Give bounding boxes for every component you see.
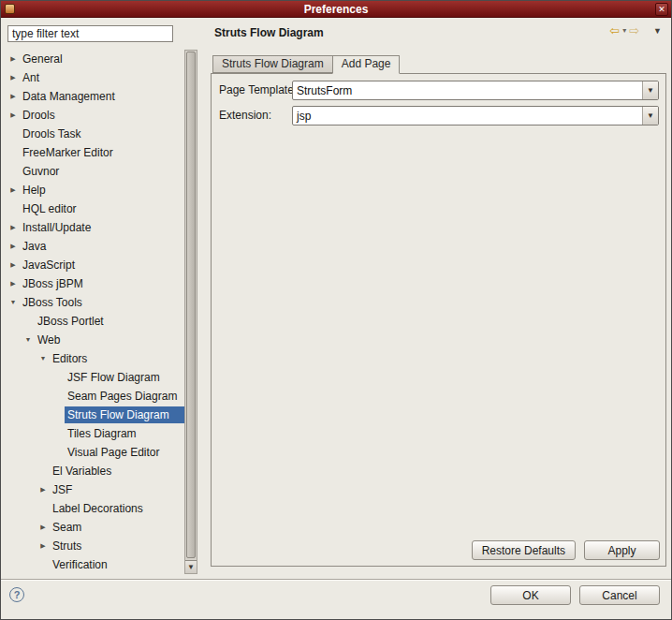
extension-combo[interactable]: jsp ▼ <box>292 106 659 125</box>
tree-item-label: Struts Flow Diagram <box>65 406 184 423</box>
extension-value: jsp <box>293 110 642 123</box>
close-icon[interactable]: ✕ <box>655 3 668 16</box>
tree-item-label: JSF <box>50 481 184 498</box>
page-template-value: StrutsForm <box>293 84 642 97</box>
tree-item-struts[interactable]: ▶Struts <box>5 537 184 555</box>
tree-item-label: FreeMarker Editor <box>20 144 184 161</box>
cancel-button[interactable]: Cancel <box>579 585 660 605</box>
tree-item-label: Label Decorations <box>50 500 184 517</box>
titlebar[interactable]: Preferences ✕ <box>1 1 671 18</box>
page-template-label: Page Template: <box>219 83 297 96</box>
tree-item-seam-pages-diagram[interactable]: Seam Pages Diagram <box>5 387 184 406</box>
tab-add-page[interactable]: Add Page <box>332 55 401 74</box>
page-title: Struts Flow Diagram <box>214 26 324 39</box>
page-template-combo[interactable]: StrutsForm ▼ <box>292 81 659 100</box>
back-menu-chevron-icon[interactable]: ▾ <box>622 26 626 35</box>
tree-item-label: El Variables <box>50 463 184 480</box>
tree-scrollbar[interactable]: ▼ <box>184 50 197 574</box>
tree-item-jboss-tools[interactable]: ▼JBoss Tools <box>5 293 184 312</box>
help-icon[interactable]: ? <box>9 587 24 602</box>
tree-item-java[interactable]: ▶Java <box>5 237 184 256</box>
tree-item-guvnor[interactable]: Guvnor <box>5 162 184 181</box>
tree-item-visual-page-editor[interactable]: Visual Page Editor <box>5 443 184 462</box>
tree-item-label: JBoss Tools <box>20 294 184 311</box>
tree-item-label: Ant <box>20 69 184 86</box>
tree-item-label-decorations[interactable]: Label Decorations <box>5 499 184 518</box>
tree-item-label: Visual Page Editor <box>65 444 184 461</box>
tree-item-label: Seam <box>50 519 184 536</box>
chevron-down-icon[interactable]: ▼ <box>642 81 658 99</box>
tree-item-hql-editor[interactable]: HQL editor <box>5 199 184 218</box>
chevron-right-icon[interactable]: ▶ <box>7 50 20 68</box>
preferences-window: Preferences ✕ ▶General▶Ant▶Data Manageme… <box>0 0 672 620</box>
extension-label: Extension: <box>219 109 271 122</box>
preferences-tree: ▶General▶Ant▶Data Management▶DroolsDrool… <box>5 50 184 574</box>
tab-bar: Struts Flow Diagram Add Page <box>212 55 399 74</box>
tree-item-freemarker-editor[interactable]: FreeMarker Editor <box>5 143 184 162</box>
restore-defaults-button[interactable]: Restore Defaults <box>472 540 576 560</box>
chevron-right-icon[interactable]: ▶ <box>7 106 20 125</box>
tree-item-label: Seam Pages Diagram <box>65 388 184 405</box>
chevron-down-icon[interactable]: ▼ <box>22 331 35 349</box>
scrollbar-thumb[interactable] <box>186 52 196 558</box>
tree-item-help[interactable]: ▶Help <box>5 181 184 199</box>
tree-item-label: Tiles Diagram <box>65 425 184 442</box>
back-icon[interactable]: ⇦ <box>609 23 620 37</box>
tree-item-general[interactable]: ▶General <box>5 50 184 68</box>
tree-item-verification[interactable]: Verification <box>5 555 184 574</box>
tree-item-label: Drools <box>20 107 184 124</box>
tree-item-drools[interactable]: ▶Drools <box>5 106 184 125</box>
chevron-right-icon[interactable]: ▶ <box>7 68 20 87</box>
tree-item-label: Data Management <box>20 88 184 105</box>
chevron-right-icon[interactable]: ▶ <box>7 218 20 237</box>
bottom-separator <box>1 579 671 581</box>
chevron-down-icon[interactable]: ▼ <box>642 107 658 125</box>
panel-button-row: Restore Defaults Apply <box>472 540 660 560</box>
tree-item-label: JavaScript <box>20 257 184 273</box>
filter-input[interactable] <box>7 25 173 42</box>
chevron-right-icon[interactable]: ▶ <box>7 181 20 199</box>
tree-item-label: Web <box>35 332 184 348</box>
tree-item-label: Java <box>20 238 184 255</box>
chevron-right-icon[interactable]: ▶ <box>7 256 20 274</box>
tree-item-seam[interactable]: ▶Seam <box>5 518 184 537</box>
chevron-right-icon[interactable]: ▶ <box>7 274 20 293</box>
tree-item-label: Drools Task <box>20 125 184 142</box>
tree-item-label: Install/Update <box>20 219 184 236</box>
page-nav-toolbar: ⇦ ▾ ⇨ ▼ <box>609 23 662 37</box>
tree-item-editors[interactable]: ▼Editors <box>5 349 184 368</box>
tree-item-label: General <box>20 51 184 67</box>
view-menu-icon[interactable]: ▼ <box>653 26 662 36</box>
tree-item-label: Help <box>20 182 184 199</box>
tree-item-struts-flow-diagram[interactable]: Struts Flow Diagram <box>5 406 184 424</box>
scroll-down-icon[interactable]: ▼ <box>185 560 197 573</box>
tree-item-ant[interactable]: ▶Ant <box>5 68 184 87</box>
tree-item-tiles-diagram[interactable]: Tiles Diagram <box>5 424 184 443</box>
tree-item-jboss-portlet[interactable]: JBoss Portlet <box>5 312 184 331</box>
tree-item-jsf-flow-diagram[interactable]: JSF Flow Diagram <box>5 368 184 387</box>
tab-struts-flow-diagram[interactable]: Struts Flow Diagram <box>212 55 333 73</box>
tree-item-el-variables[interactable]: El Variables <box>5 462 184 480</box>
chevron-right-icon[interactable]: ▶ <box>37 518 50 537</box>
tree-item-install-update[interactable]: ▶Install/Update <box>5 218 184 237</box>
tree-item-label: HQL editor <box>20 200 184 217</box>
tree-item-label: JBoss Portlet <box>35 313 184 330</box>
tree-item-jsf[interactable]: ▶JSF <box>5 480 184 499</box>
tree-item-data-management[interactable]: ▶Data Management <box>5 87 184 106</box>
chevron-down-icon[interactable]: ▼ <box>7 293 20 312</box>
tree-item-jboss-jbpm[interactable]: ▶JBoss jBPM <box>5 274 184 293</box>
chevron-right-icon[interactable]: ▶ <box>37 480 50 499</box>
add-page-panel: Page Template: StrutsForm ▼ Extension: j… <box>211 73 666 567</box>
ok-button[interactable]: OK <box>490 585 571 605</box>
apply-button[interactable]: Apply <box>584 540 660 560</box>
tree-item-drools-task[interactable]: Drools Task <box>5 125 184 143</box>
chevron-right-icon[interactable]: ▶ <box>7 87 20 106</box>
forward-icon[interactable]: ⇨ <box>629 23 639 37</box>
chevron-down-icon[interactable]: ▼ <box>37 349 50 368</box>
tree-item-label: Editors <box>50 350 184 367</box>
tree-item-javascript[interactable]: ▶JavaScript <box>5 256 184 274</box>
tree-item-label: Struts <box>50 538 184 554</box>
chevron-right-icon[interactable]: ▶ <box>37 537 50 555</box>
tree-item-web[interactable]: ▼Web <box>5 331 184 349</box>
chevron-right-icon[interactable]: ▶ <box>7 237 20 256</box>
